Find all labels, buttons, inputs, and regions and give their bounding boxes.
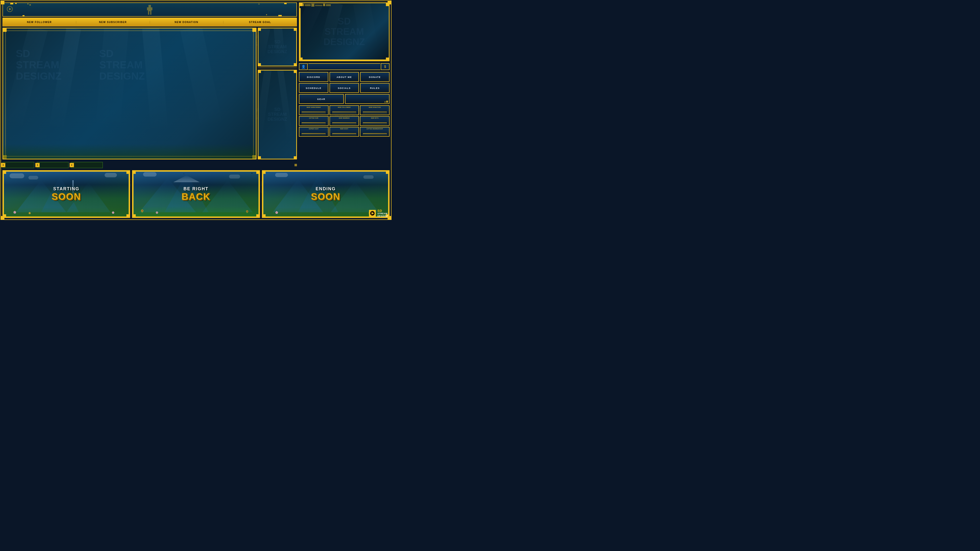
- banner-figure: [146, 5, 153, 16]
- main-content-section: NEW FOLLOWER NEW SUBSCRIBER NEW DONATION…: [2, 2, 390, 168]
- alert-sub-2: [332, 113, 356, 114]
- alert-items: NEW FOLLOWER NEW SUBSCRIBER NEW DONATION…: [3, 21, 297, 24]
- nav-buttons: DISCORD ABOUT ME DONATE SCHEDULE SOCIALS…: [299, 72, 390, 104]
- about-me-button[interactable]: ABOUT ME: [329, 72, 359, 82]
- schedule-button[interactable]: SCHEDULE: [299, 83, 328, 93]
- cam-top: SDSTREAMDESIGNZ: [258, 28, 297, 67]
- game-corner-tr: [252, 29, 256, 32]
- top-alert-section: NEW FOLLOWER NEW SUBSCRIBER NEW DONATION…: [2, 2, 297, 27]
- rcam-left-accent: [300, 8, 301, 59]
- alert-new-host-badge: NEW HOST: [329, 127, 359, 137]
- wm-inside-1: SDSTREAMDESIGNZ: [16, 48, 62, 82]
- light-ray-4: [142, 28, 170, 159]
- light-ray-3: [93, 28, 129, 159]
- b-corner-tr: [256, 171, 259, 174]
- alert-super-chat-badge: SUPER CHAT: [299, 127, 329, 137]
- svg-rect-4: [148, 11, 149, 15]
- rules-button[interactable]: RULES: [360, 83, 390, 93]
- b-corner-br: [256, 214, 259, 217]
- alert-new-subscriber-badge: NEW SUBSCRIBER: [299, 105, 329, 115]
- svg-rect-3: [151, 7, 153, 10]
- alert-gifted-sub-badge: GIFTED SUB: [299, 116, 329, 126]
- banner-pixel-5: [278, 15, 282, 16]
- alert-new-subscriber: NEW SUBSCRIBER: [76, 21, 150, 24]
- svg-marker-7: [9, 8, 11, 10]
- alert-new-member-badge: NEW MEMBER: [329, 116, 359, 126]
- alert-sub-9: [363, 134, 387, 135]
- alert-line-4: [302, 122, 326, 123]
- svg-rect-5: [150, 11, 151, 15]
- cam-divider: [258, 68, 297, 68]
- svg-rect-1: [148, 7, 151, 11]
- light-ray-5: [180, 28, 229, 158]
- starting-soon-screen: 🌸 🌼 🌸 STARTING SOON: [2, 170, 130, 218]
- divider-line: [258, 67, 297, 68]
- alert-badges-section: NEW SUBSCRIBER NEW FOLLOWER NEW DONATION: [299, 105, 390, 137]
- banner-pixel-2: [15, 3, 17, 4]
- icon-bar-fill: [308, 63, 380, 70]
- socials-button[interactable]: SOCIALS: [329, 83, 359, 93]
- alert-sub-4: [302, 124, 326, 124]
- alert-sub-8: [332, 134, 356, 135]
- nav-row-3: GEAR: [299, 94, 390, 104]
- right-panel: SDSTREAMDESIGNZ 👤 $ DISCO: [299, 2, 390, 168]
- alert-sub-5: [332, 124, 356, 124]
- light-ray-1: [2, 28, 48, 157]
- stream-frames-row: SDSTREAMDESIGNZ SDSTREAMDESIGNZ: [2, 28, 297, 159]
- alert-new-follower: NEW FOLLOWER: [3, 21, 76, 24]
- alert-new-donation: NEW DONATION: [150, 21, 223, 24]
- cam-side-column: SDSTREAMDESIGNZ: [258, 28, 297, 159]
- gear-button[interactable]: GEAR: [299, 94, 344, 104]
- dollar-sign-icon: $: [384, 65, 386, 68]
- alert-row-2: GIFTED SUB NEW MEMBER NEW BITS: [299, 116, 390, 126]
- stat-pill-1: ♥: [2, 162, 34, 168]
- alert-line-6: [363, 122, 387, 123]
- alert-line-7: [302, 133, 326, 134]
- extra-pixel: [386, 101, 388, 103]
- e-corner-bl: [262, 214, 266, 217]
- left-stream-section: NEW FOLLOWER NEW SUBSCRIBER NEW DONATION…: [2, 2, 297, 168]
- svg-rect-2: [147, 7, 148, 10]
- nav-row-2: SCHEDULE SOCIALS RULES: [299, 83, 390, 93]
- extra-pixel-2: [384, 102, 386, 103]
- banner-pixel-1: [10, 3, 13, 5]
- alert-line-5: [332, 122, 356, 123]
- be-right-back-screen: ✦ ✦ 🌻 🌸 🌻 BE RIGHT BACK: [132, 170, 260, 218]
- alert-stream-goal: STREAM GOAL: [223, 21, 297, 24]
- alert-sub-3: [363, 113, 387, 114]
- heart-icon-2: ♥: [70, 163, 74, 167]
- s-corner-tr: [126, 171, 129, 174]
- s-corner-br: [126, 214, 129, 217]
- light-ray-2: [44, 28, 81, 158]
- b-corner-tl: [133, 171, 136, 174]
- dollar-icon-btn[interactable]: $: [381, 63, 390, 70]
- rcam-wm: SDSTREAMDESIGNZ: [300, 3, 389, 60]
- profile-icon-btn[interactable]: 👤: [299, 63, 308, 70]
- game-corner-tl: [3, 29, 6, 32]
- extra-panel: [345, 94, 390, 104]
- wm-inside-2: SDSTREAMDESIGNZ: [99, 48, 145, 82]
- main-game-frame: SDSTREAMDESIGNZ SDSTREAMDESIGNZ: [2, 28, 256, 159]
- sd-brand-text: SD STREAMDESIGNZ: [377, 209, 388, 218]
- e-corner-tl: [262, 171, 266, 174]
- nav-row-1: DISCORD ABOUT ME DONATE: [299, 72, 390, 82]
- alert-sub-1: [302, 113, 326, 114]
- discord-button[interactable]: DISCORD: [299, 72, 328, 82]
- alert-new-donation-badge: NEW DONATION: [360, 105, 390, 115]
- donate-button[interactable]: DONATE: [360, 72, 390, 82]
- s-corner-bl: [3, 214, 6, 217]
- alert-sub-6: [363, 124, 387, 124]
- banner-pixel-3: [284, 3, 286, 4]
- cam-wm-bot: SDSTREAMDESIGNZ: [258, 70, 296, 159]
- alert-row-3: SUPER CHAT NEW HOST GIFTED MEMBERSHIP: [299, 127, 390, 137]
- alert-line-1: [302, 112, 326, 112]
- main-layout: NEW FOLLOWER NEW SUBSCRIBER NEW DONATION…: [0, 0, 392, 221]
- ending-soon-text: ENDING SOON: [311, 186, 340, 202]
- alert-line-9: [363, 133, 387, 134]
- alert-line-2: [332, 112, 356, 112]
- be-right-back-text: BE RIGHT BACK: [181, 186, 210, 202]
- alert-gifted-membership-badge: GIFTED MEMBERSHIP: [360, 127, 390, 137]
- starting-soon-text: STARTING SOON: [52, 186, 81, 202]
- profile-icon: 👤: [301, 65, 305, 68]
- alert-sub-7: [302, 134, 326, 135]
